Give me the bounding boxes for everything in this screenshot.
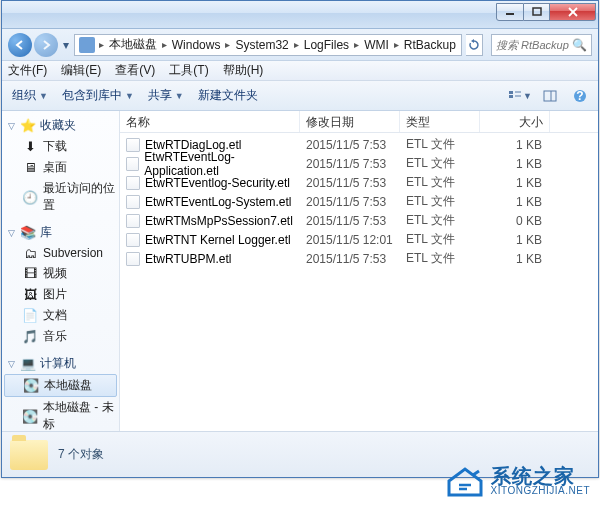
- collapse-icon: ▽: [6, 228, 16, 238]
- close-button[interactable]: [550, 3, 596, 21]
- file-size: 1 KB: [480, 233, 550, 247]
- disk-icon: 💽: [22, 408, 38, 424]
- sidebar-item-music[interactable]: 🎵音乐: [2, 326, 119, 347]
- toolbar: 组织 ▼ 包含到库中 ▼ 共享 ▼ 新建文件夹 ▼ ?: [2, 81, 598, 111]
- share-button[interactable]: 共享 ▼: [144, 85, 188, 106]
- file-size: 0 KB: [480, 214, 550, 228]
- library-icon: 📚: [20, 225, 36, 241]
- search-icon: 🔍: [572, 38, 587, 52]
- sidebar-item-localdisk[interactable]: 💽本地磁盘: [4, 374, 117, 397]
- refresh-button[interactable]: [466, 34, 483, 56]
- maximize-button[interactable]: [524, 3, 550, 21]
- sidebar-item-pictures[interactable]: 🖼图片: [2, 284, 119, 305]
- file-type: ETL 文件: [400, 174, 480, 191]
- file-type: ETL 文件: [400, 250, 480, 267]
- minimize-button[interactable]: [496, 3, 524, 21]
- file-date: 2015/11/5 12:01: [300, 233, 400, 247]
- menu-tools[interactable]: 工具(T): [169, 62, 208, 79]
- breadcrumb-item[interactable]: System32: [232, 38, 291, 52]
- star-icon: ⭐: [20, 118, 36, 134]
- sidebar-libraries-header[interactable]: ▽📚库: [2, 222, 119, 243]
- collapse-icon: ▽: [6, 359, 16, 369]
- menubar: 文件(F) 编辑(E) 查看(V) 工具(T) 帮助(H): [2, 61, 598, 81]
- watermark: 系统之家 XITONGZHIJIA.NET: [445, 463, 591, 499]
- breadcrumb-item[interactable]: 本地磁盘: [106, 36, 160, 53]
- preview-pane-button[interactable]: [538, 85, 562, 107]
- status-text: 7 个对象: [58, 446, 104, 463]
- sidebar-item-downloads[interactable]: ⬇下载: [2, 136, 119, 157]
- forward-button[interactable]: [34, 33, 58, 57]
- file-row[interactable]: EtwRTEventLog-System.etl2015/11/5 7:53ET…: [120, 192, 598, 211]
- file-name: EtwRTEventLog-System.etl: [145, 195, 292, 209]
- help-button[interactable]: ?: [568, 85, 592, 107]
- recent-icon: 🕘: [22, 189, 38, 205]
- search-box[interactable]: 🔍: [491, 34, 592, 56]
- watermark-url: XITONGZHIJIA.NET: [491, 486, 591, 496]
- file-size: 1 KB: [480, 195, 550, 209]
- breadcrumb[interactable]: ▸ 本地磁盘▸ Windows▸ System32▸ LogFiles▸ WMI…: [74, 34, 462, 56]
- column-headers: 名称 修改日期 类型 大小: [120, 111, 598, 133]
- watermark-title: 系统之家: [491, 466, 591, 486]
- svg-rect-5: [509, 95, 513, 98]
- column-size[interactable]: 大小: [480, 111, 550, 132]
- window-controls: [496, 9, 596, 21]
- file-date: 2015/11/5 7:53: [300, 252, 400, 266]
- sidebar-item-desktop[interactable]: 🖥桌面: [2, 157, 119, 178]
- file-row[interactable]: EtwRTNT Kernel Logger.etl2015/11/5 12:01…: [120, 230, 598, 249]
- sidebar-item-videos[interactable]: 🎞视频: [2, 263, 119, 284]
- file-type: ETL 文件: [400, 136, 480, 153]
- file-name: EtwRTNT Kernel Logger.etl: [145, 233, 291, 247]
- breadcrumb-item[interactable]: WMI: [361, 38, 392, 52]
- menu-view[interactable]: 查看(V): [115, 62, 155, 79]
- chevron-down-icon: ▼: [125, 91, 134, 101]
- folder-icon: 🗂: [22, 245, 38, 261]
- svg-text:?: ?: [576, 89, 583, 103]
- video-icon: 🎞: [22, 266, 38, 282]
- column-date[interactable]: 修改日期: [300, 111, 400, 132]
- chevron-right-icon: ▸: [99, 39, 104, 50]
- file-name: EtwRTEventLog-Application.etl: [144, 150, 300, 178]
- menu-help[interactable]: 帮助(H): [223, 62, 264, 79]
- drive-icon: [79, 37, 95, 53]
- breadcrumb-item[interactable]: LogFiles: [301, 38, 352, 52]
- back-button[interactable]: [8, 33, 32, 57]
- view-options-button[interactable]: ▼: [508, 85, 532, 107]
- sidebar-computer-header[interactable]: ▽💻计算机: [2, 353, 119, 374]
- chevron-down-icon: ▼: [175, 91, 184, 101]
- menu-edit[interactable]: 编辑(E): [61, 62, 101, 79]
- sidebar-item-localdisk[interactable]: 💽本地磁盘 - 未标: [2, 397, 119, 431]
- sidebar-item-recent[interactable]: 🕘最近访问的位置: [2, 178, 119, 216]
- breadcrumb-item[interactable]: Windows: [169, 38, 224, 52]
- sidebar-item-subversion[interactable]: 🗂Subversion: [2, 243, 119, 263]
- sidebar-item-documents[interactable]: 📄文档: [2, 305, 119, 326]
- file-row[interactable]: EtwRTUBPM.etl2015/11/5 7:53ETL 文件1 KB: [120, 249, 598, 268]
- file-type: ETL 文件: [400, 212, 480, 229]
- column-name[interactable]: 名称: [120, 111, 300, 132]
- column-type[interactable]: 类型: [400, 111, 480, 132]
- titlebar[interactable]: [2, 1, 598, 29]
- file-row[interactable]: EtwRTEventLog-Application.etl2015/11/5 7…: [120, 154, 598, 173]
- file-size: 1 KB: [480, 252, 550, 266]
- new-folder-button[interactable]: 新建文件夹: [194, 85, 262, 106]
- breadcrumb-item[interactable]: RtBackup: [401, 38, 459, 52]
- computer-icon: 💻: [20, 356, 36, 372]
- file-row[interactable]: EtwRTMsMpPsSession7.etl2015/11/5 7:53ETL…: [120, 211, 598, 230]
- include-library-button[interactable]: 包含到库中 ▼: [58, 85, 138, 106]
- history-dropdown-icon[interactable]: ▾: [62, 38, 70, 52]
- search-input[interactable]: [496, 39, 570, 51]
- organize-button[interactable]: 组织 ▼: [8, 85, 52, 106]
- menu-file[interactable]: 文件(F): [8, 62, 47, 79]
- file-size: 1 KB: [480, 157, 550, 171]
- file-icon: [126, 195, 140, 209]
- sidebar-favorites-header[interactable]: ▽⭐收藏夹: [2, 115, 119, 136]
- file-row[interactable]: EtwRTEventlog-Security.etl2015/11/5 7:53…: [120, 173, 598, 192]
- file-date: 2015/11/5 7:53: [300, 176, 400, 190]
- desktop-icon: 🖥: [22, 160, 38, 176]
- file-date: 2015/11/5 7:53: [300, 214, 400, 228]
- file-icon: [126, 252, 140, 266]
- file-name: EtwRTEventlog-Security.etl: [145, 176, 290, 190]
- file-type: ETL 文件: [400, 155, 480, 172]
- file-type: ETL 文件: [400, 193, 480, 210]
- file-size: 1 KB: [480, 176, 550, 190]
- music-icon: 🎵: [22, 329, 38, 345]
